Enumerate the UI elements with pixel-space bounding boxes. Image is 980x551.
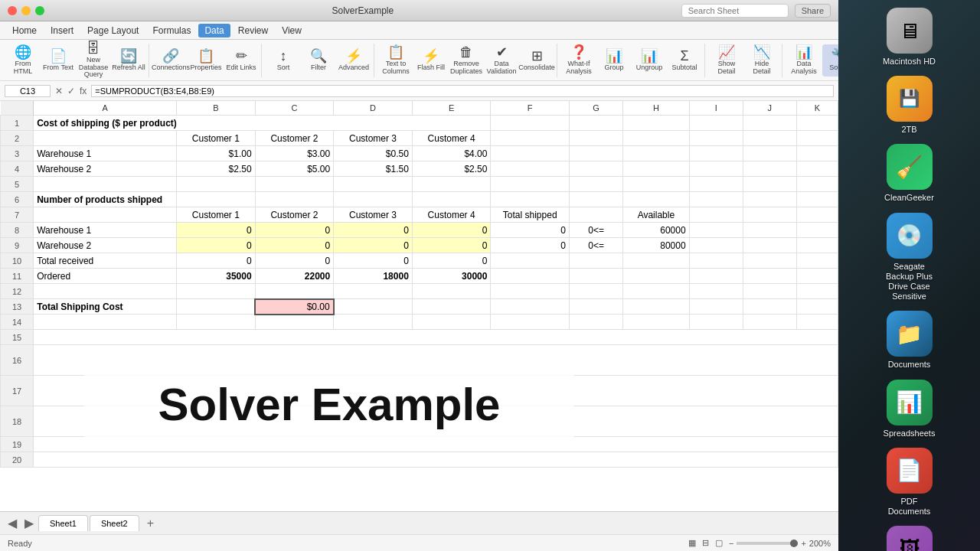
cell-d4[interactable]: $1.50 xyxy=(334,161,413,177)
function-button[interactable]: fx xyxy=(78,86,88,96)
cell-k1[interactable] xyxy=(796,116,838,131)
col-header-d[interactable]: D xyxy=(334,101,413,116)
view-page-layout-icon[interactable]: ▢ xyxy=(715,538,723,548)
cell-i3[interactable] xyxy=(689,146,743,161)
cell-c7[interactable]: Customer 2 xyxy=(255,207,334,223)
subtotal-button[interactable]: Σ Subtotal xyxy=(668,44,701,77)
cell-f2[interactable] xyxy=(491,131,570,146)
menu-insert[interactable]: Insert xyxy=(44,24,80,37)
group-button[interactable]: 📊 Group xyxy=(597,44,631,77)
cell-c4[interactable]: $5.00 xyxy=(255,161,334,177)
col-header-c[interactable]: C xyxy=(255,101,334,116)
cell-h1[interactable] xyxy=(623,116,689,131)
data-analysis-button[interactable]: 📊 Data Analysis xyxy=(787,44,821,77)
cell-j7[interactable] xyxy=(743,207,796,223)
confirm-formula-button[interactable]: ✓ xyxy=(66,86,77,96)
cell-c3[interactable]: $3.00 xyxy=(255,146,334,161)
show-detail-button[interactable]: 📈 Show Detail xyxy=(710,44,743,77)
cell-f4[interactable] xyxy=(491,161,570,177)
cell-d13[interactable] xyxy=(334,299,413,315)
cell-e3[interactable]: $4.00 xyxy=(412,146,491,161)
cell-f11[interactable] xyxy=(491,269,570,284)
cell-b9[interactable]: 0 xyxy=(177,238,256,253)
sheet-tab-2[interactable]: Sheet2 xyxy=(90,515,139,531)
cell-b2[interactable]: Customer 1 xyxy=(177,131,256,146)
cell-f7[interactable]: Total shipped xyxy=(491,207,570,223)
cell-a2[interactable] xyxy=(34,131,177,146)
cell-a7[interactable] xyxy=(34,207,177,223)
sort-button[interactable]: ↕ Sort xyxy=(266,44,300,77)
cell-d9[interactable]: 0 xyxy=(334,238,413,253)
sheet-scroll[interactable]: A B C D E F G H I J K xyxy=(0,101,838,468)
cell-b11[interactable]: 35000 xyxy=(177,269,256,284)
solver-button[interactable]: 🔧 Solver xyxy=(822,44,838,77)
close-button[interactable] xyxy=(8,6,17,15)
cell-j2[interactable] xyxy=(743,131,796,146)
cell-h8[interactable]: 60000 xyxy=(623,223,689,238)
cell-k7[interactable] xyxy=(796,207,838,223)
menu-home[interactable]: Home xyxy=(6,24,43,37)
col-header-e[interactable]: E xyxy=(412,101,491,116)
hide-detail-button[interactable]: 📉 Hide Detail xyxy=(745,44,779,77)
cell-b13[interactable] xyxy=(177,299,256,315)
cell-k4[interactable] xyxy=(796,161,838,177)
cell-a10[interactable]: Total received xyxy=(34,253,177,269)
cell-k3[interactable] xyxy=(796,146,838,161)
cell-a6[interactable]: Number of products shipped xyxy=(34,192,177,207)
consolidate-button[interactable]: ⊞ Consolidate xyxy=(520,44,554,77)
cell-d2[interactable]: Customer 3 xyxy=(334,131,413,146)
menu-formulas[interactable]: Formulas xyxy=(146,24,197,37)
cell-f10[interactable] xyxy=(491,253,570,269)
cell-h2[interactable] xyxy=(623,131,689,146)
col-header-i[interactable]: I xyxy=(689,101,743,116)
sheet-tab-1[interactable]: Sheet1 xyxy=(38,515,88,531)
scroll-tabs-right[interactable]: ▶ xyxy=(21,516,37,530)
cell-c13[interactable]: $0.00 xyxy=(255,299,334,315)
col-header-g[interactable]: G xyxy=(570,101,623,116)
cell-e9[interactable]: 0 xyxy=(412,238,491,253)
zoom-out-button[interactable]: − xyxy=(729,539,733,548)
cell-e7[interactable]: Customer 4 xyxy=(412,207,491,223)
cell-a3[interactable]: Warehouse 1 xyxy=(34,146,177,161)
cell-c11[interactable]: 22000 xyxy=(255,269,334,284)
cell-b3[interactable]: $1.00 xyxy=(177,146,256,161)
cell-d10[interactable]: 0 xyxy=(334,253,413,269)
cell-a4[interactable]: Warehouse 2 xyxy=(34,161,177,177)
zoom-in-button[interactable]: + xyxy=(801,539,805,548)
data-validation-button[interactable]: ✔ Data Validation xyxy=(485,44,518,77)
maximize-button[interactable] xyxy=(35,6,44,15)
cell-c10[interactable]: 0 xyxy=(255,253,334,269)
cell-g3[interactable] xyxy=(570,146,623,161)
new-database-query-button[interactable]: 🗄 New Database Query xyxy=(77,44,110,77)
desktop-icon-spreadsheets[interactable]: 📊 Spreadsheets xyxy=(879,380,940,439)
cell-g9[interactable]: 0<= xyxy=(570,238,623,253)
ungroup-button[interactable]: 📊 Ungroup xyxy=(632,44,666,77)
text-to-columns-button[interactable]: 📋 Text to Columns xyxy=(379,44,413,77)
cell-a5[interactable] xyxy=(34,177,177,192)
cell-b7[interactable]: Customer 1 xyxy=(177,207,256,223)
cell-k2[interactable] xyxy=(796,131,838,146)
col-header-a[interactable]: A xyxy=(34,101,177,116)
cell-h3[interactable] xyxy=(623,146,689,161)
cell-d11[interactable]: 18000 xyxy=(334,269,413,284)
desktop-icon-documents[interactable]: 📁 Documents xyxy=(879,311,940,370)
cell-j3[interactable] xyxy=(743,146,796,161)
view-normal-icon[interactable]: ▦ xyxy=(688,538,696,548)
cell-d7[interactable]: Customer 3 xyxy=(334,207,413,223)
view-page-break-icon[interactable]: ⊟ xyxy=(702,538,709,548)
cell-f3[interactable] xyxy=(491,146,570,161)
cell-i1[interactable] xyxy=(689,116,743,131)
col-header-j[interactable]: J xyxy=(743,101,796,116)
cell-d3[interactable]: $0.50 xyxy=(334,146,413,161)
col-header-k[interactable]: K xyxy=(796,101,838,116)
cell-h9[interactable]: 80000 xyxy=(623,238,689,253)
cell-c2[interactable]: Customer 2 xyxy=(255,131,334,146)
cell-g8[interactable]: 0<= xyxy=(570,223,623,238)
menu-review[interactable]: Review xyxy=(232,24,274,37)
col-header-b[interactable]: B xyxy=(177,101,256,116)
cell-d8[interactable]: 0 xyxy=(334,223,413,238)
cell-b8[interactable]: 0 xyxy=(177,223,256,238)
cell-g2[interactable] xyxy=(570,131,623,146)
cancel-formula-button[interactable]: ✕ xyxy=(54,86,64,96)
cell-b4[interactable]: $2.50 xyxy=(177,161,256,177)
